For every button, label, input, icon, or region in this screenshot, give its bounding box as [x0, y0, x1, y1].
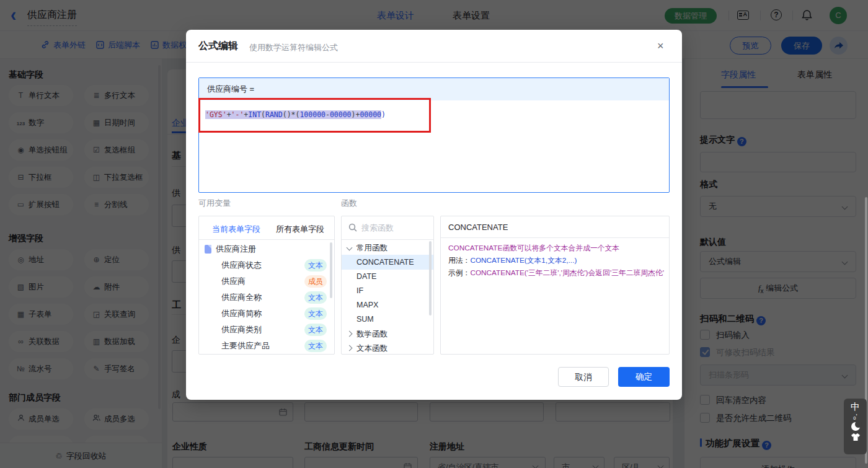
- divider: [441, 237, 669, 238]
- ime-lang-indicator: 中: [844, 400, 867, 413]
- chevron-down-icon: [347, 245, 353, 251]
- field-type-tag: 文本: [304, 291, 327, 304]
- variable-item[interactable]: 供应商类别文本: [199, 322, 334, 338]
- variables-scrollbar[interactable]: [330, 242, 332, 298]
- function-item-sum[interactable]: SUM: [342, 312, 433, 327]
- functions-label: 函数: [341, 198, 357, 209]
- dialog-subtitle: 使用数学运算符编辑公式: [249, 42, 338, 53]
- ime-toolbar[interactable]: 中 ₒ’: [844, 399, 867, 454]
- field-type-tag: 文本: [304, 340, 327, 352]
- function-item-concatenate[interactable]: CONCATENATE: [342, 255, 433, 270]
- function-group-text[interactable]: 文本函数: [342, 341, 433, 356]
- variables-root[interactable]: 供应商注册: [199, 241, 334, 257]
- formula-target-field: 供应商编号 =: [199, 78, 669, 100]
- variable-item[interactable]: 供应商成员: [199, 273, 334, 289]
- function-group-common[interactable]: 常用函数: [342, 241, 433, 255]
- variable-item[interactable]: 供应商状态文本: [199, 257, 334, 273]
- chevron-right-icon: [347, 345, 353, 351]
- variable-item[interactable]: 供应商简称文本: [199, 306, 334, 322]
- formula-edit-dialog: 公式编辑 使用数学运算符编辑公式 × 供应商编号 = 'GYS'+'-'+INT…: [186, 30, 682, 400]
- field-type-tag: 文本: [304, 259, 327, 272]
- functions-scrollbar[interactable]: [429, 241, 432, 316]
- formula-editor[interactable]: 供应商编号 = 'GYS'+'-'+INT(RAND()*(100000-000…: [198, 77, 670, 193]
- cancel-button[interactable]: 取消: [558, 367, 609, 387]
- function-group-math[interactable]: 数学函数: [342, 327, 433, 342]
- field-type-tag: 文本: [304, 307, 327, 320]
- function-doc-usage: 用法：CONCATENATE(文本1,文本2,...): [448, 256, 577, 266]
- variables-box: 当前表单字段 所有表单字段 供应商注册 供应商状态文本 供应商成员 供应商全称文…: [198, 216, 335, 355]
- tab-all-form-fields[interactable]: 所有表单字段: [276, 224, 324, 235]
- field-type-tag: 文本: [304, 324, 327, 336]
- ok-button[interactable]: 确定: [618, 367, 670, 387]
- function-item-if[interactable]: IF: [342, 283, 433, 298]
- variable-item[interactable]: 供应商全称文本: [199, 289, 334, 306]
- divider: [186, 62, 682, 63]
- function-doc-example: 示例：CONCATENATE('三年二班','周杰伦')会返回'三年二班周杰伦': [448, 268, 664, 278]
- search-placeholder: 搜索函数: [361, 223, 394, 234]
- shirt-icon[interactable]: [851, 433, 861, 441]
- chevron-right-icon: [347, 331, 353, 337]
- function-item-date[interactable]: DATE: [342, 269, 433, 284]
- search-icon: [348, 223, 357, 232]
- divider: [199, 239, 334, 240]
- function-doc-title: CONCATENATE: [448, 223, 508, 232]
- dialog-title: 公式编辑: [198, 40, 238, 53]
- available-variables-label: 可用变量: [198, 198, 231, 209]
- function-search[interactable]: 搜索函数: [342, 216, 433, 239]
- close-icon[interactable]: ×: [657, 40, 664, 53]
- function-item-mapx[interactable]: MAPX: [342, 298, 433, 312]
- moon-icon[interactable]: [851, 422, 860, 431]
- form-doc-icon: [205, 245, 211, 254]
- function-doc-box: CONCATENATE CONCATENATE函数可以将多个文本合并成一个文本 …: [440, 216, 670, 355]
- divider: [342, 239, 433, 240]
- function-doc-desc: CONCATENATE函数可以将多个文本合并成一个文本: [448, 244, 619, 254]
- ime-apostrophe-icon: ₒ’: [844, 413, 867, 420]
- variable-item[interactable]: 主要供应产品文本: [199, 338, 334, 354]
- functions-box: 搜索函数 常用函数 CONCATENATE DATE IF MAPX SUM 数…: [341, 216, 434, 355]
- app-root: ‹ 供应商注册 表单设计 表单设置 数据管理 ? C 表单外链 后端脚本 数据权…: [0, 0, 868, 468]
- field-type-tag: 成员: [304, 275, 327, 288]
- annotation-red-box: [198, 98, 431, 133]
- tab-current-form-fields[interactable]: 当前表单字段: [212, 224, 260, 235]
